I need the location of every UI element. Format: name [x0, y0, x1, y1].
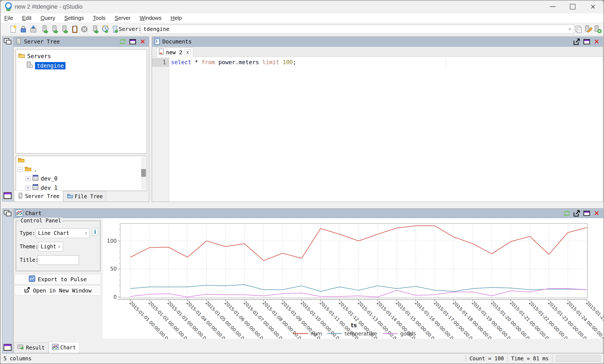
menu-file[interactable]: File: [1, 15, 16, 21]
svg-text:0: 0: [113, 294, 117, 300]
minimize-button[interactable]: [546, 2, 559, 12]
expand-icon[interactable]: +: [25, 186, 30, 190]
close-button[interactable]: ✕: [586, 2, 600, 12]
lock-icon[interactable]: [19, 25, 28, 34]
script-run-icon[interactable]: [111, 25, 120, 34]
new-file-icon[interactable]: [9, 25, 18, 34]
application-window: new 2 #tdengine - qStudio ✕ File Edit Qu…: [0, 0, 604, 364]
folder-blue-icon: [67, 193, 73, 200]
cascade-windows-icon[interactable]: [4, 210, 12, 218]
popout-icon[interactable]: [573, 209, 581, 217]
server-run-icon-1[interactable]: [41, 25, 49, 34]
status-right-group: Count = 100 Time = 81 ms: [466, 353, 604, 364]
group-title: Control Panel: [19, 218, 63, 224]
menu-tools[interactable]: Tools: [90, 15, 109, 21]
expand-icon[interactable]: +: [25, 176, 30, 181]
server-select[interactable]: tdengine ˅: [140, 25, 574, 34]
svg-text:50: 50: [110, 266, 117, 272]
title-label: Title:: [20, 257, 38, 263]
server-icon: [16, 38, 22, 46]
export-to-pulse-button[interactable]: Export to Pulse: [14, 274, 101, 284]
result-chart-tab-bar: Result Chart: [14, 342, 80, 353]
maximize-icon[interactable]: [129, 38, 137, 46]
server-run-icon-3[interactable]: [61, 25, 69, 34]
chart-type-select[interactable]: Line Chart˅: [36, 228, 90, 238]
chevron-down-icon[interactable]: ˅: [568, 26, 571, 32]
collapse-icon[interactable]: −: [18, 167, 23, 172]
server-edit-icon[interactable]: [584, 25, 592, 34]
tree-node-dev0[interactable]: + dev_0: [25, 175, 145, 182]
refresh-icon[interactable]: [563, 209, 571, 217]
progress-bar: [556, 355, 601, 362]
menu-bar: File Edit Query Settings Tools Server Wi…: [0, 13, 604, 23]
tab-chart[interactable]: Chart: [49, 342, 80, 353]
document-tab-bar: new 2 x: [152, 47, 603, 57]
open-in-new-window-button[interactable]: Open in New Window: [14, 285, 101, 296]
close-icon[interactable]: ✕: [592, 209, 601, 217]
svg-text:num: num: [310, 331, 322, 337]
menu-server[interactable]: Server: [112, 15, 134, 21]
scrollbar[interactable]: [141, 157, 146, 190]
menu-settings[interactable]: Settings: [61, 15, 87, 21]
svg-text:goods: goods: [400, 331, 416, 337]
panel-title: Server Tree: [24, 38, 60, 45]
maximize-icon[interactable]: [583, 38, 591, 46]
server-label: Server:: [119, 26, 141, 32]
refresh-icon[interactable]: [119, 38, 127, 46]
scrollbar-thumb[interactable]: [141, 169, 146, 177]
clipboard-icon[interactable]: [70, 25, 79, 34]
restore-window-icon[interactable]: [3, 192, 12, 200]
theme-select[interactable]: Light˅: [38, 242, 63, 251]
folder-icon: [18, 157, 25, 164]
table-icon: [32, 184, 38, 191]
server-run-icon-4[interactable]: [91, 25, 100, 34]
restore-window-icon[interactable]: [3, 344, 12, 352]
maximize-icon[interactable]: [583, 209, 591, 217]
close-icon[interactable]: ✕: [592, 38, 601, 46]
chevron-down-icon: ˅: [85, 231, 87, 236]
info-icon[interactable]: i: [92, 228, 98, 235]
sql-editor[interactable]: 1 select * from power.meters limit 100;: [152, 57, 603, 202]
tab-server-tree[interactable]: Server Tree: [14, 191, 63, 202]
tree-node-dot[interactable]: − .: [18, 166, 145, 173]
toolbar: Server: tdengine ˅: [0, 23, 604, 36]
menu-help[interactable]: Help: [167, 15, 185, 21]
tree-node-dev1[interactable]: + dev_1: [25, 184, 145, 191]
tab-new-2[interactable]: new 2 x: [156, 48, 193, 57]
clock-run-icon[interactable]: [101, 25, 110, 34]
save-icon[interactable]: [29, 25, 38, 34]
tree-node-tdengine[interactable]: tdengine: [26, 61, 144, 70]
menu-edit[interactable]: Edit: [19, 15, 34, 21]
upper-dock-strip[interactable]: [2, 37, 13, 201]
tree-node-servers[interactable]: Servers: [18, 52, 144, 60]
lower-dock-strip[interactable]: [2, 208, 13, 353]
copy-icon[interactable]: [574, 25, 583, 34]
server-tree-panel: Server Tree ✕ Servers tdengine: [13, 37, 149, 202]
window-title: new 2 #tdengine - qStudio: [15, 3, 83, 10]
qstudio-logo-icon: [4, 2, 13, 12]
tree-node-root-folder[interactable]: [18, 157, 145, 164]
selected-tree-label: tdengine: [35, 62, 65, 69]
table-icon: [32, 175, 38, 182]
panel-title: Documents: [162, 38, 191, 45]
menu-windows[interactable]: Windows: [137, 15, 164, 21]
close-icon[interactable]: ✕: [138, 38, 147, 46]
control-panel-group: Control Panel Type: Line Chart˅ Theme: L…: [16, 221, 101, 271]
menu-query[interactable]: Query: [38, 15, 58, 21]
chart-title-input[interactable]: [38, 255, 79, 265]
server-tree-view: Servers tdengine: [16, 49, 147, 153]
cascade-windows-icon[interactable]: [4, 38, 12, 46]
tab-close-button[interactable]: x: [184, 50, 191, 55]
popout-icon[interactable]: [573, 38, 581, 46]
maximize-button[interactable]: [566, 2, 579, 12]
print-margin-line: [446, 58, 446, 67]
chart-canvas: 0501002015-01-01 00:00:00.02015-01-02 00…: [103, 218, 603, 339]
server-run-icon-2[interactable]: [50, 25, 59, 34]
sql-line-code[interactable]: select * from power.meters limit 100;: [171, 59, 296, 65]
server-add-icon[interactable]: [593, 25, 602, 34]
columns-status: 5 columns: [3, 356, 32, 362]
toolbar-separator: [37, 25, 37, 34]
tab-file-tree[interactable]: File Tree: [63, 191, 106, 202]
tab-result[interactable]: Result: [14, 342, 49, 353]
chart-icon: [16, 209, 23, 217]
